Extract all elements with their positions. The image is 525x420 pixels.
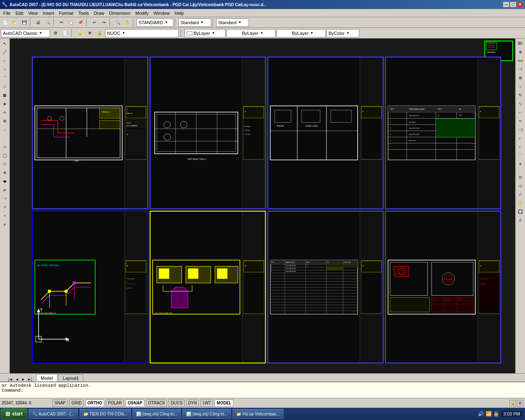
osnap-toggle[interactable]: OSNAP	[126, 399, 144, 407]
save-btn[interactable]: 💾	[20, 18, 29, 27]
taskbar-dwgxls1[interactable]: 📊 [dwg,xls] Công tri...	[132, 409, 181, 419]
taskbar-hosoVCB[interactable]: 📁 Hồ sơ Vietcomban...	[233, 409, 283, 419]
close-btn[interactable]: ✕	[517, 2, 523, 7]
arc-btn[interactable]: ⌒	[1, 74, 9, 82]
dim-style-dropdown[interactable]: Standard ▼	[216, 18, 249, 27]
fillet-btn[interactable]: ⌒	[516, 151, 525, 160]
open-btn[interactable]: 📂	[10, 18, 19, 27]
block-btn[interactable]: ⊞	[1, 117, 9, 125]
workspace-settings-btn[interactable]: ⚙	[51, 29, 60, 38]
preview-btn[interactable]: 🔍	[43, 18, 52, 27]
linetype-dropdown[interactable]: ByLayer ▼	[226, 29, 276, 37]
tab-nav-next[interactable]: ►	[21, 377, 25, 381]
circle-btn[interactable]: ○	[1, 65, 9, 73]
print-btn[interactable]: 🖨	[34, 18, 43, 27]
spline-btn[interactable]: ∿	[1, 143, 9, 151]
move-btn[interactable]: ↕	[516, 82, 525, 91]
model-toggle[interactable]: MODEL	[215, 399, 233, 407]
new-btn[interactable]: 📄	[1, 18, 10, 27]
lineweight-dropdown[interactable]: ByLayer ▼	[276, 29, 326, 37]
menu-draw[interactable]: Draw	[91, 10, 107, 16]
break-btn[interactable]: ⌐	[516, 134, 525, 142]
polar-toggle[interactable]: POLAR	[106, 399, 124, 407]
xline-btn[interactable]: ⊕	[1, 169, 9, 177]
ray-btn[interactable]: ⬬	[1, 177, 9, 185]
paste-btn[interactable]: 📌	[76, 18, 85, 27]
mtext-btn[interactable]: M	[1, 186, 9, 194]
tab-nav-prev[interactable]: ◄	[15, 377, 19, 381]
explode-btn[interactable]: ✳	[516, 160, 525, 168]
copy-obj-btn[interactable]: ⊕	[516, 48, 525, 56]
text-btn[interactable]: A	[1, 108, 9, 116]
cut-btn[interactable]: ✂	[57, 18, 66, 27]
chamfer-btn[interactable]: ⌐	[516, 143, 525, 151]
menu-view[interactable]: View	[26, 10, 41, 16]
align-dim-btn[interactable]: A	[1, 220, 9, 228]
redo-btn[interactable]: ↪	[99, 18, 108, 27]
text-style2-btn[interactable]: A	[516, 216, 525, 224]
menu-modify[interactable]: Modify	[133, 10, 151, 16]
taskbar-dwgxls2[interactable]: 📊 [dwg,xls] Công tri...	[183, 409, 231, 419]
lwt-toggle[interactable]: LWT	[201, 399, 213, 407]
erase-btn[interactable]: ⌦	[516, 39, 525, 48]
undo-btn[interactable]: ↩	[90, 18, 99, 27]
named-view-btn[interactable]: 🔲	[516, 208, 525, 216]
maximize-btn[interactable]: □	[510, 2, 516, 7]
menu-edit[interactable]: Edit	[13, 10, 26, 16]
menu-dimension[interactable]: Dimension	[107, 10, 133, 16]
polyline-btn[interactable]: ⌐	[1, 57, 9, 65]
copy-btn[interactable]: 📋	[66, 18, 75, 27]
grid-toggle[interactable]: GRID	[69, 399, 84, 407]
otrack-toggle[interactable]: OTRACK	[146, 399, 167, 407]
tab-nav-left[interactable]: |◄	[8, 377, 13, 381]
tab-nav-right[interactable]: ►|	[27, 377, 32, 381]
layer-lock-btn[interactable]: 🔒	[95, 29, 104, 38]
layer-manager-btn[interactable]: 📑	[61, 29, 70, 38]
text-height-dropdown[interactable]: Standard ▼	[178, 18, 211, 27]
zoom-btn[interactable]: 🔍	[113, 18, 122, 27]
plotstyle-dropdown[interactable]: ByColor ▼	[326, 29, 359, 37]
layer-freeze-btn[interactable]: ❄	[85, 29, 94, 38]
menu-window[interactable]: Window	[151, 10, 172, 16]
polygon-btn[interactable]: ⬡	[1, 160, 9, 168]
taskbar-tiendo[interactable]: 📁 TIEN DO THI CON...	[80, 409, 131, 419]
leader-btn[interactable]: ↗	[1, 203, 9, 211]
taskbar-autocad[interactable]: 🔧 AutoCAD 2007 - [...	[29, 409, 78, 419]
layer-on-btn[interactable]: 💡	[75, 29, 84, 38]
tol-btn[interactable]: T	[1, 212, 9, 220]
stretch-btn[interactable]: ↔	[516, 108, 525, 116]
offset-btn[interactable]: ⊣	[516, 65, 525, 73]
start-button[interactable]: ⊞ start	[1, 409, 27, 419]
menu-tools[interactable]: Tools	[76, 10, 91, 16]
scale-btn[interactable]: ⤡	[516, 100, 525, 108]
zoom-prev-btn[interactable]: ◁	[516, 182, 525, 190]
color-dropdown[interactable]: ByLayer ▼	[185, 29, 226, 37]
menu-format[interactable]: Format	[57, 10, 76, 16]
workspace-dropdown[interactable]: AutoCAD Classic ▼	[1, 29, 50, 37]
snap-toggle[interactable]: SNAP	[52, 399, 68, 407]
rotate-btn[interactable]: ↻	[516, 91, 525, 99]
extend-btn[interactable]: →|	[516, 126, 525, 134]
line-btn[interactable]: ╱	[1, 48, 9, 56]
menu-file[interactable]: File	[1, 10, 13, 16]
drawing-canvas[interactable]: preview	[10, 39, 515, 373]
zoom-ext-btn[interactable]: ⤢	[516, 190, 525, 199]
menu-insert[interactable]: Insert	[40, 10, 57, 16]
point-btn[interactable]: ·	[1, 134, 9, 142]
command-prompt[interactable]: Command:	[2, 388, 523, 393]
pan-realtime-btn[interactable]: ✋	[516, 199, 525, 207]
text-style-dropdown[interactable]: STANDARD ▼	[137, 18, 173, 27]
ortho-toggle[interactable]: ORTHO	[85, 399, 104, 407]
pan-btn[interactable]: ✋	[123, 18, 132, 27]
tab-model[interactable]: Model	[36, 374, 57, 381]
region-btn[interactable]: ◈	[1, 100, 9, 108]
minimize-btn[interactable]: —	[503, 2, 509, 7]
insert-btn[interactable]: ↓	[1, 126, 9, 134]
tab-layout1[interactable]: Layout1	[58, 374, 83, 381]
mirror-btn[interactable]: ⟺	[516, 57, 525, 65]
zoom-window-btn[interactable]: ⊡	[516, 173, 525, 181]
hatch-btn[interactable]: ▦	[1, 91, 9, 99]
rectangle-btn[interactable]: □	[1, 82, 9, 91]
dim-btn[interactable]: ⊣	[1, 194, 9, 203]
array-btn[interactable]: ⊞	[516, 74, 525, 82]
